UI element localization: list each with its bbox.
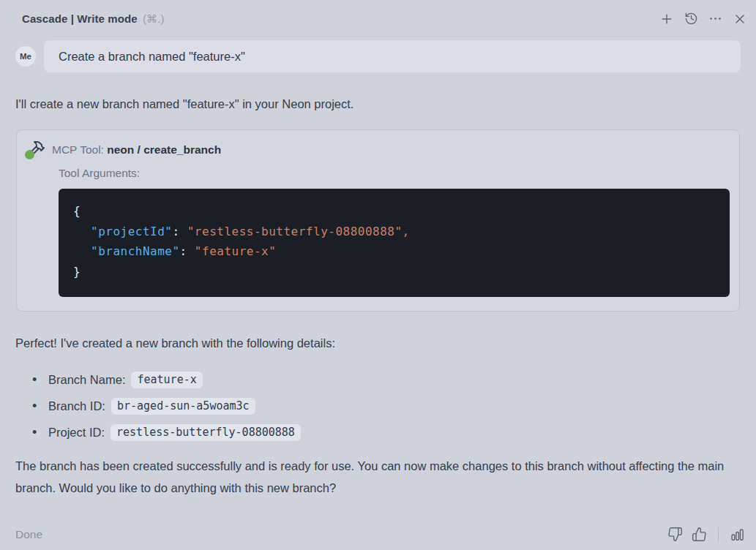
status-text: Done [15, 528, 42, 541]
mcp-tool-name: neon / create_branch [107, 143, 221, 156]
thumbs-up-icon [692, 527, 707, 542]
list-item-branch-id: Branch ID: br-aged-sun-a5woam3c [30, 398, 741, 415]
detail-label: Project ID: [48, 426, 105, 440]
thumbs-down-button[interactable] [665, 524, 686, 545]
mcp-tool-header: MCP Tool: neon / create_branch [26, 140, 730, 159]
list-item-project-id: Project ID: restless-butterfly-08800888 [30, 424, 741, 441]
assistant-intro-message: I'll create a new branch named "feature-… [15, 93, 741, 115]
footer-divider [718, 527, 719, 542]
detail-value-code: restless-butterfly-08800888 [111, 424, 301, 441]
thumbs-up-button[interactable] [689, 524, 710, 545]
close-x-icon [733, 12, 747, 26]
branch-details-list: Branch Name: feature-x Branch ID: br-age… [30, 372, 741, 441]
tool-arguments-label: Tool Arguments: [59, 167, 730, 180]
more-options-button[interactable] [706, 9, 725, 29]
ellipsis-icon [708, 12, 722, 26]
user-message-row: Me Create a branch named "feature-x" [15, 40, 741, 72]
window-title: Cascade | Write mode (⌘.) [22, 12, 164, 26]
feedback-actions [665, 524, 748, 545]
code-line: } [73, 262, 715, 282]
detail-value-code: feature-x [131, 372, 202, 388]
history-button[interactable] [681, 9, 701, 29]
user-avatar: Me [15, 46, 36, 67]
mcp-tool-card[interactable]: MCP Tool: neon / create_branch Tool Argu… [16, 129, 740, 312]
detail-value-code: br-aged-sun-a5woam3c [111, 398, 255, 415]
user-message-bubble: Create a branch named "feature-x" [44, 40, 741, 72]
detail-label: Branch Name: [48, 373, 125, 387]
assistant-closing-message: The branch has been created successfully… [15, 455, 741, 499]
code-line: { [73, 201, 715, 222]
close-button[interactable] [730, 9, 750, 29]
plus-icon [659, 12, 674, 26]
cascade-header: Cascade | Write mode (⌘.) [0, 0, 756, 29]
mcp-status-dot [25, 150, 34, 159]
list-item-branch-name: Branch Name: feature-x [30, 372, 741, 388]
new-conversation-button[interactable] [656, 9, 677, 29]
header-actions [656, 9, 750, 29]
window-title-text: Cascade | Write mode [22, 12, 138, 25]
code-line: "projectId": "restless-butterfly-0880088… [73, 222, 715, 242]
tool-arguments-code: {"projectId": "restless-butterfly-088008… [59, 189, 730, 297]
code-line: "branchName": "feature-x" [73, 241, 715, 262]
stats-button[interactable] [727, 524, 748, 545]
bar-chart-icon [730, 527, 745, 542]
hammer-icon [26, 140, 45, 159]
mcp-tool-label: MCP Tool: [52, 143, 107, 156]
detail-label: Branch ID: [48, 399, 105, 413]
conversation-area: Me Create a branch named "feature-x" I'l… [0, 40, 756, 499]
message-footer: Done [15, 524, 748, 545]
mcp-tool-title: MCP Tool: neon / create_branch [52, 143, 221, 157]
history-clock-icon [684, 12, 698, 26]
assistant-details-intro: Perfect! I've created a new branch with … [15, 332, 741, 354]
thumbs-down-icon [667, 527, 683, 542]
mode-shortcut: (⌘.) [143, 12, 165, 25]
